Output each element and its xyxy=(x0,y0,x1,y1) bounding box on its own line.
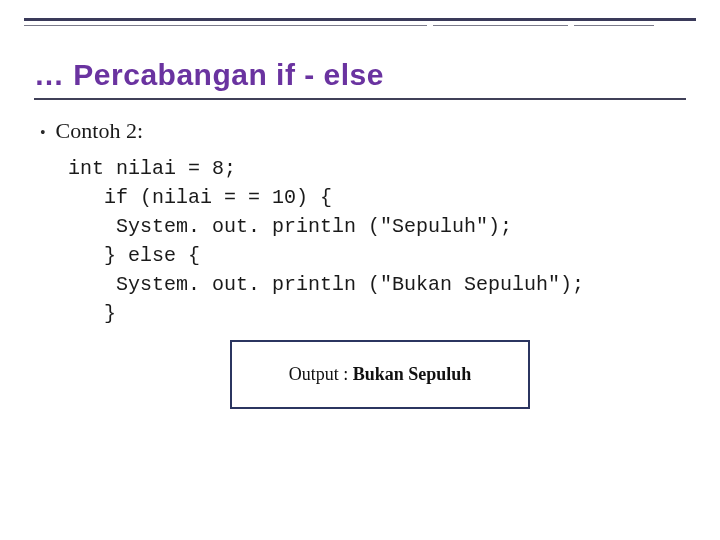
rule-thin-row xyxy=(24,25,696,26)
code-line: if (nilai = = 10) { xyxy=(68,186,332,209)
code-line: int nilai = 8; xyxy=(68,157,236,180)
code-block: int nilai = 8; if (nilai = = 10) { Syste… xyxy=(68,154,686,328)
code-line: } else { xyxy=(68,244,200,267)
rule-thick xyxy=(24,18,696,21)
output-box: Output : Bukan Sepuluh xyxy=(230,340,530,409)
bullet-row: • Contoh 2: xyxy=(40,118,686,144)
header-rule xyxy=(24,18,696,26)
output-label: Output : xyxy=(289,364,353,384)
bullet-text: Contoh 2: xyxy=(56,118,143,144)
bullet-dot-icon: • xyxy=(40,125,46,141)
code-line: } xyxy=(68,302,116,325)
code-line: System. out. println ("Sepuluh"); xyxy=(68,215,512,238)
slide-content: … Percabangan if - else • Contoh 2: int … xyxy=(34,58,686,328)
code-line: System. out. println ("Bukan Sepuluh"); xyxy=(68,273,584,296)
output-value: Bukan Sepuluh xyxy=(353,364,472,384)
title-underline xyxy=(34,98,686,100)
slide-title: … Percabangan if - else xyxy=(34,58,686,92)
